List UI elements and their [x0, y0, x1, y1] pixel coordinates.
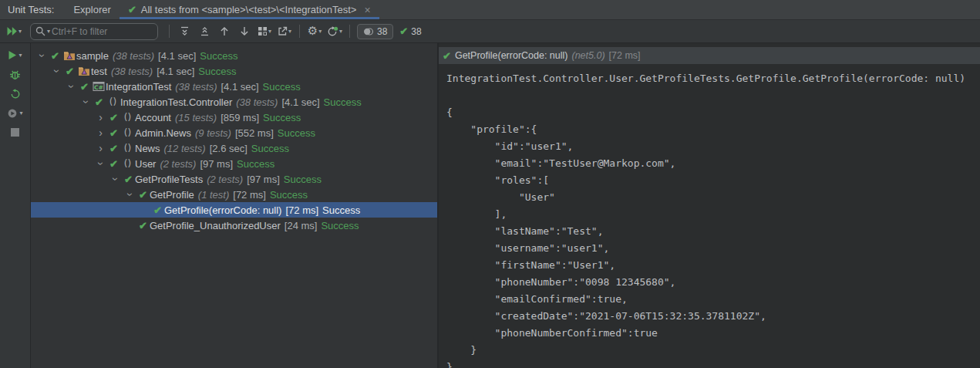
test-count: (12 tests) — [164, 143, 206, 154]
chevron-expanded-icon[interactable]: › — [110, 173, 121, 186]
svg-text:C#: C# — [94, 84, 103, 91]
tree-row[interactable]: ✔GetProfile_UnauthorizedUser[24 ms]Succe… — [31, 218, 437, 233]
test-name: sample — [76, 50, 109, 62]
chevron-down-icon: ▾ — [288, 29, 291, 35]
output-body[interactable]: IntegrationTest.Controller.User.GetProfi… — [439, 64, 980, 368]
auto-refresh-button[interactable]: ▾ — [325, 22, 344, 41]
namespace-icon: () — [120, 143, 135, 154]
tab-all-tests-label: All tests from <sample>\<test>\<Integrat… — [141, 4, 357, 15]
chevron-down-icon: ▾ — [318, 29, 322, 35]
test-passed-icon: ✔ — [107, 158, 120, 170]
stop-button[interactable] — [2, 123, 29, 141]
test-passed-icon: ✔ — [107, 127, 120, 139]
test-name: Account — [135, 112, 171, 123]
output-duration: [72 ms] — [609, 50, 641, 61]
arrow-down-icon — [240, 26, 249, 36]
output-line: "id":"user1", — [446, 138, 980, 155]
collapse-all-button[interactable] — [195, 22, 214, 41]
test-passed-icon: ✔ — [151, 204, 164, 216]
chevron-collapsed-icon[interactable]: › — [94, 127, 107, 138]
passed-check-icon: ✔ — [399, 25, 408, 37]
search-options-chevron-icon[interactable]: ▾ — [47, 29, 50, 35]
chevron-collapsed-icon[interactable]: › — [94, 143, 107, 154]
chevron-expanded-icon[interactable]: › — [81, 96, 92, 109]
filter-searchbox[interactable]: ▾ — [30, 23, 158, 40]
tree-row[interactable]: ›✔()IntegrationTest.Controller(38 tests)… — [31, 94, 437, 110]
test-status: Success — [263, 81, 301, 93]
tab-explorer[interactable]: Explorer — [65, 0, 119, 19]
chevron-expanded-icon[interactable]: › — [52, 65, 62, 78]
debug-selected-button[interactable] — [2, 66, 29, 83]
output-line: "firstName":"User1", — [446, 257, 980, 274]
tree-row[interactable]: ›✔C#IntegrationTest(38 tests)[4.1 sec]Su… — [31, 79, 437, 94]
chevron-expanded-icon[interactable]: › — [37, 49, 48, 62]
test-status: Success — [200, 50, 237, 62]
gear-icon: ⚙ — [308, 25, 318, 37]
test-count: (15 tests) — [175, 112, 217, 123]
test-passed-icon: ✔ — [107, 143, 120, 154]
tree-row[interactable]: ›✔sample(38 tests)[4.1 sec]Success — [31, 48, 437, 63]
panel-title: Unit Tests: — [8, 0, 54, 19]
cover-tests-button[interactable]: ▾ — [2, 104, 29, 122]
output-line: ], — [446, 206, 980, 223]
run-all-icon — [6, 26, 18, 36]
tree-row[interactable]: ›✔GetProfileTests(2 tests)[97 ms]Success — [31, 171, 437, 187]
namespace-icon: () — [120, 112, 135, 123]
close-icon[interactable]: × — [364, 5, 370, 15]
previous-test-button[interactable] — [215, 22, 234, 41]
expand-all-button[interactable] — [175, 22, 194, 41]
test-passed-icon: ✔ — [122, 174, 135, 185]
output-test-title: GetProfile(errorCode: null) — [455, 50, 568, 61]
run-all-tests-button[interactable]: ▾ — [5, 22, 23, 41]
test-count: (2 tests) — [160, 158, 196, 170]
tree-row[interactable]: ✔GetProfile(errorCode: null)[72 ms]Succe… — [31, 202, 437, 218]
chevron-expanded-icon[interactable]: › — [125, 188, 136, 201]
test-passed-icon: ✔ — [136, 220, 150, 231]
test-name: IntegrationTest — [106, 81, 171, 93]
test-duration: [4.1 sec] — [221, 81, 258, 93]
toolbar-separator — [349, 25, 350, 38]
test-output-panel: ✔ GetProfile(errorCode: null) (net5.0) [… — [439, 43, 980, 368]
namespace-icon: () — [120, 158, 135, 169]
tree-row[interactable]: ›✔GetProfile(1 test)[72 ms]Success — [31, 187, 437, 202]
next-test-button[interactable] — [235, 22, 254, 41]
tree-row[interactable]: ›✔()Admin.News(9 tests)[552 ms]Success — [31, 125, 437, 140]
test-status: Success — [263, 112, 301, 123]
passed-tests-filter[interactable]: ✔ 38 — [395, 24, 426, 39]
session-passed-icon: ✔ — [128, 4, 136, 15]
repeat-tests-button[interactable] — [2, 85, 29, 103]
chevron-collapsed-icon[interactable]: › — [94, 112, 107, 123]
chevron-expanded-icon[interactable]: › — [66, 80, 77, 93]
chevron-down-icon: ▾ — [19, 29, 22, 35]
tree-row[interactable]: ›✔()News(12 tests)[2.6 sec]Success — [31, 140, 437, 156]
output-line — [446, 87, 980, 104]
toolbar-separator — [299, 25, 300, 38]
chevron-down-icon: ▾ — [19, 52, 22, 59]
output-line: IntegrationTest.Controller.User.GetProfi… — [446, 70, 980, 87]
group-by-button[interactable]: ▾ — [255, 22, 274, 41]
test-name: test — [91, 66, 107, 77]
tree-row[interactable]: ›✔test(38 tests)[4.1 sec]Success — [31, 63, 437, 79]
passed-tests-count: 38 — [411, 26, 421, 37]
run-selected-button[interactable]: ▾ — [2, 46, 29, 64]
chevron-expanded-icon[interactable]: › — [96, 157, 106, 170]
filter-input[interactable] — [52, 26, 153, 37]
settings-button[interactable]: ⚙ ▾ — [305, 22, 324, 41]
test-passed-icon: ✔ — [136, 189, 150, 201]
total-tests-filter-chip[interactable]: 38 — [357, 24, 393, 39]
tree-row[interactable]: ›✔()Account(15 tests)[859 ms]Success — [31, 110, 437, 125]
test-duration: [24 ms] — [285, 220, 318, 231]
group-by-icon — [258, 26, 268, 36]
bug-icon — [9, 69, 21, 80]
test-name: GetProfile_UnauthorizedUser — [150, 220, 281, 231]
tree-row[interactable]: ›✔()User(2 tests)[97 ms]Success — [31, 156, 437, 171]
export-icon — [278, 26, 288, 36]
output-line: "phoneNumber":"0098 12345680", — [446, 274, 980, 291]
tab-all-tests-session[interactable]: ✔ All tests from <sample>\<test>\<Integr… — [120, 0, 379, 19]
expand-all-icon — [180, 26, 190, 36]
output-line: "emailConfirmed":true, — [446, 291, 980, 308]
stop-icon — [11, 128, 19, 137]
export-results-button[interactable]: ▾ — [275, 22, 294, 41]
test-count: (9 tests) — [195, 127, 231, 139]
output-line: "roles":[ — [446, 172, 980, 189]
